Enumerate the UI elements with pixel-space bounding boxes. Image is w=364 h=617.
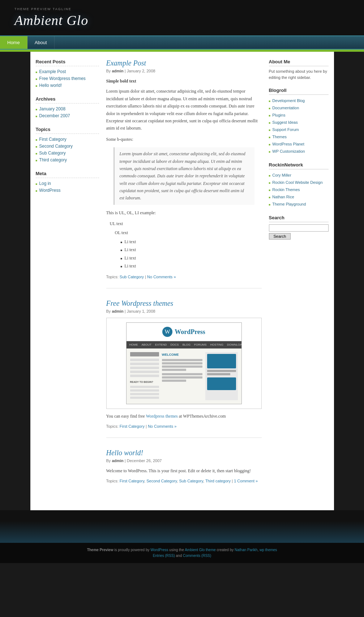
archive-link[interactable]: January 2008	[39, 106, 65, 111]
list-item: WordPress Planet	[269, 140, 329, 148]
topic-tag-link[interactable]: Sub Category	[120, 275, 144, 279]
comments-link[interactable]: 1 Comment »	[234, 479, 258, 483]
post-date: January 2, 2008	[127, 69, 155, 73]
wp-nav-bar: HOMEABOUTEXTENDDOCSBLOGFORUMSHOSTINGDOWN…	[127, 341, 241, 348]
post: Free Wordpress themes By admin | January…	[106, 299, 262, 438]
wp-main: WELCOME	[162, 352, 202, 400]
topic-tag-link-4[interactable]: Third category	[205, 479, 231, 483]
topics-label: Topics:	[106, 275, 119, 279]
sidebar-right: About Me Put something about you here by…	[269, 59, 329, 503]
wp-themes-link[interactable]: wp themes	[260, 548, 277, 552]
list-item: January 2008	[36, 106, 99, 113]
list-item: First Category	[36, 136, 99, 143]
footer-bottom: Theme Preview is proudly powered by Word…	[0, 543, 364, 563]
network-link[interactable]: Theme Playground	[272, 202, 306, 206]
author-link[interactable]: Nathan Parikh	[235, 548, 257, 552]
main-content: Example Post By admin | January 2, 2008 …	[106, 59, 262, 503]
blogroll-link[interactable]: Plugins	[272, 113, 285, 117]
list-item: Support Forum	[269, 126, 329, 133]
post-paragraph: Welcome to WordPress. This is your first…	[106, 467, 262, 474]
li-list: Li text Li text Li text Li text	[121, 238, 262, 270]
recent-post-link[interactable]: Free Wordpress themes	[39, 76, 86, 81]
topics-label: Topics:	[106, 479, 119, 483]
topics-list: First Category Second Category Sub Categ…	[36, 136, 99, 164]
search-button[interactable]: Search	[269, 233, 291, 240]
list-item: Suggest Ideas	[269, 119, 329, 126]
post-footer: Topics: First Category, Second Category,…	[106, 479, 262, 483]
list-item: Li text	[121, 238, 262, 246]
list-item: Free Wordpress themes	[36, 75, 99, 82]
wordpress-themes-link[interactable]: Wordpress themes	[146, 414, 178, 419]
topics-label: Topics:	[106, 424, 119, 428]
list-item: Third category	[36, 157, 99, 164]
network-link[interactable]: Rockin Themes	[272, 187, 300, 192]
list-item: Cory Miller	[269, 172, 329, 179]
post: Hello world! By admin | December 26, 200…	[106, 449, 262, 492]
network-link[interactable]: Nathan Rice	[272, 195, 294, 199]
wp-logo: W WordPress	[130, 326, 238, 338]
blogroll-link[interactable]: Support Forum	[272, 127, 299, 132]
recent-post-link[interactable]: Hello world!	[39, 83, 62, 88]
about-section: About Me Put something about you here by…	[269, 59, 329, 80]
archives-section: Archives January 2008 December 2007	[36, 96, 99, 119]
entries-rss-link[interactable]: Entries (RSS)	[153, 554, 175, 558]
blogroll-title: Blogroll	[269, 88, 329, 95]
topic-link[interactable]: Third category	[39, 157, 67, 162]
comments-link[interactable]: No Comments »	[147, 275, 176, 279]
footer-gradient	[0, 521, 364, 543]
topic-link[interactable]: First Category	[39, 137, 66, 142]
post-footer: Topics: First Category | No Comments »	[106, 424, 262, 428]
theme-link[interactable]: Ambient Glo theme	[185, 548, 216, 552]
list-item: WP Customization	[269, 148, 329, 155]
post-body: Simple bold text Lorem ipsum dolor sit a…	[106, 77, 262, 270]
topic-link[interactable]: Sub Category	[39, 151, 65, 156]
wp-header: W WordPress	[127, 323, 241, 342]
recent-posts-section: Recent Posts Example Post Free Wordpress…	[36, 59, 99, 89]
list-intro: This is UL, OL, LI example:	[106, 209, 262, 216]
wordpress-link[interactable]: WordPress	[150, 548, 168, 552]
topics-title: Topics	[36, 127, 99, 134]
blogroll-link[interactable]: Development Blog	[272, 98, 305, 103]
blogroll-link[interactable]: WP Customization	[272, 149, 305, 153]
network-link[interactable]: Cory Miller	[272, 173, 291, 177]
topic-tag-link-2[interactable]: Second Category	[146, 479, 177, 483]
comments-link[interactable]: No Comments »	[148, 424, 176, 428]
archive-link[interactable]: December 2007	[39, 113, 70, 118]
network-link[interactable]: Rockin Cool Website Design	[272, 180, 322, 185]
ol-label: OL text	[115, 229, 262, 236]
list-item: Li text	[121, 262, 262, 270]
wp-right-sidebar	[205, 352, 238, 400]
blogroll-link[interactable]: Themes	[272, 135, 287, 139]
recent-post-link[interactable]: Example Post	[39, 69, 66, 74]
network-section: RockinNetwork Cory Miller Rockin Cool We…	[269, 162, 329, 208]
list-item: Rockin Cool Website Design	[269, 179, 329, 186]
blogroll-link[interactable]: WordPress Planet	[272, 142, 304, 146]
post-body: Welcome to WordPress. This is your first…	[106, 467, 262, 474]
nav-home[interactable]: Home	[0, 36, 27, 49]
blogroll-link[interactable]: Documentation	[272, 106, 299, 110]
recent-posts-title: Recent Posts	[36, 59, 99, 66]
wp-content-area: READY TO BEGIN? WELCOME	[127, 348, 241, 404]
topic-link[interactable]: Second Category	[39, 144, 73, 149]
list-item: Plugins	[269, 111, 329, 119]
post-bold-line: Simple bold text	[106, 77, 262, 85]
post-author: admin	[112, 309, 123, 313]
topic-tag-link-1[interactable]: First Category	[120, 479, 144, 483]
archives-title: Archives	[36, 96, 99, 103]
topic-tag-link-3[interactable]: Sub Category	[179, 479, 203, 483]
site-title: Ambient Glo	[14, 12, 353, 28]
meta-link[interactable]: Log in	[39, 181, 51, 186]
topic-tag-link[interactable]: First Category	[120, 424, 145, 428]
list-item: Sub Category	[36, 150, 99, 157]
post-meta: By admin | December 26, 2007	[106, 458, 262, 463]
search-input[interactable]	[269, 224, 329, 232]
post-body: W WordPress HOMEABOUTEXTENDDOCSBLOGFORUM…	[106, 318, 262, 420]
nav-about[interactable]: About	[27, 36, 55, 49]
post-title: Free Wordpress themes	[106, 299, 262, 308]
comments-rss-link[interactable]: Comments (RSS)	[183, 554, 211, 558]
blogroll-link[interactable]: Suggest Ideas	[272, 120, 297, 124]
site-header: Theme Preview Tagline Ambient Glo	[0, 0, 364, 35]
search-title: Search	[269, 215, 329, 222]
post-date: December 26, 2007	[127, 458, 162, 463]
meta-link[interactable]: WordPress	[39, 188, 60, 193]
